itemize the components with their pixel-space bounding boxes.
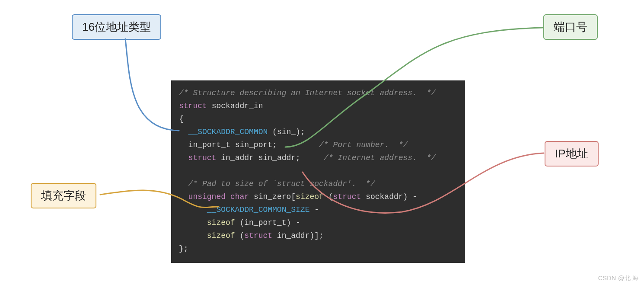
type-in_port_t: in_port_t [188, 141, 230, 149]
comment-pad: /* Pad to size of `struct sockaddr'. */ [188, 179, 375, 188]
fn-sizeof-3: sizeof [207, 231, 235, 240]
id-sockaddr_in: sockaddr_in [212, 102, 263, 110]
callout-port: 端口号 [543, 14, 598, 40]
id-sin_addr: sin_addr [258, 154, 296, 162]
kw-struct-3: struct [333, 192, 361, 201]
kw-unsigned: unsigned [188, 192, 226, 201]
semi-2: ; [296, 154, 300, 162]
type-in_addr: in_addr [221, 154, 254, 162]
rpar-minus-1: ) - [403, 192, 417, 201]
kw-struct-1: struct [179, 102, 207, 110]
fn-sizeof-1: sizeof [296, 192, 324, 201]
minus-2: - [309, 205, 319, 214]
kw-struct-4: struct [244, 231, 272, 240]
type-in_port_t-2: in_port_t [244, 218, 286, 227]
semi-1: ; [272, 141, 277, 149]
brace-open: { [179, 115, 184, 123]
macro-sockaddr-common-size: __SOCKADDR_COMMON_SIZE [207, 205, 310, 214]
lpar-3: ( [235, 231, 245, 240]
callout-ip: IP地址 [545, 141, 599, 167]
comment-addr: /* Internet address. */ [324, 154, 436, 162]
callout-addr-type: 16位地址类型 [72, 14, 161, 40]
kw-char: char [230, 192, 249, 201]
code-block: /* Structure describing an Internet sock… [171, 80, 465, 263]
callout-fill: 填充字段 [31, 183, 96, 208]
common-arg: sin_ [277, 128, 296, 136]
code-comment-top: /* Structure describing an Internet sock… [179, 89, 436, 97]
fn-sizeof-2: sizeof [207, 218, 235, 227]
lbrack: [ [291, 192, 296, 201]
diagram-stage: 16位地址类型 端口号 填充字段 IP地址 /* Structure descr… [0, 0, 644, 285]
kw-struct-2: struct [188, 154, 217, 162]
id-sin_zero: sin_zero [254, 192, 291, 201]
common-arg-close: ); [296, 128, 305, 136]
common-arg-open: ( [268, 128, 277, 136]
type-sockaddr: sockaddr [366, 192, 403, 201]
id-sin_port: sin_port [235, 141, 272, 149]
lpar-2: ( [235, 218, 245, 227]
watermark: CSDN @北 海 [598, 275, 639, 282]
rpar-minus-2: ) - [286, 218, 300, 227]
lpar-1: ( [324, 192, 333, 201]
macro-sockaddr-common: __SOCKADDR_COMMON [188, 128, 268, 136]
brace-close: }; [179, 244, 188, 253]
comment-port: /* Port number. */ [319, 141, 408, 149]
rpar-rbrack: )]; [309, 231, 323, 240]
type-in_addr-2: in_addr [277, 231, 310, 240]
